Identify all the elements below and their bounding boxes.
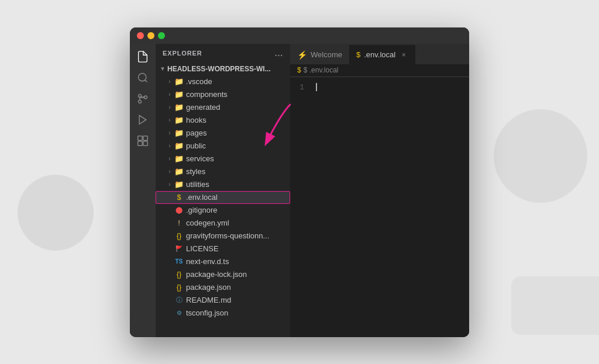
sidebar-title: EXPLORER	[163, 50, 202, 57]
folder-icon-services: 📁	[174, 154, 184, 163]
tree-label-tsconfig: tsconfig.json	[186, 308, 290, 317]
bg-decoration-circle-right	[494, 109, 587, 203]
yaml-file-icon: !	[174, 219, 184, 227]
env-file-icon: $	[174, 193, 184, 202]
env-tab-icon: $	[356, 50, 360, 59]
tree-label-utilities: utilities	[186, 180, 290, 189]
title-bar	[130, 27, 469, 44]
tree-label-styles: styles	[186, 167, 290, 176]
svg-rect-9	[138, 141, 143, 145]
tree-label-gravityforms: gravityforms-questionn...	[186, 231, 290, 240]
tree-item-package-lock[interactable]: {} package-lock.json	[156, 268, 290, 281]
tree-item-readme[interactable]: ⓘ README.md	[156, 294, 290, 307]
maximize-button[interactable]	[158, 32, 165, 39]
tree-label-readme: README.md	[186, 296, 290, 304]
tree-item-pages[interactable]: › 📁 pages	[156, 127, 290, 140]
tab-env-local[interactable]: $ .env.local ×	[349, 45, 415, 64]
svg-point-3	[139, 100, 142, 103]
tree-root-arrow: ▼	[158, 65, 167, 72]
run-activity-icon[interactable]	[135, 112, 151, 128]
tree-item-env-local[interactable]: $ .env.local	[156, 191, 290, 204]
tab-close-button[interactable]: ×	[399, 50, 408, 60]
tree-item-tsconfig[interactable]: ⚙ tsconfig.json	[156, 307, 290, 320]
tree-item-services[interactable]: › 📁 services	[156, 152, 290, 165]
minimize-button[interactable]	[147, 32, 154, 39]
tree-item-license[interactable]: 🚩 LICENSE	[156, 242, 290, 255]
tree-label-vscode: .vscode	[186, 77, 290, 86]
tab-bar: ⚡ Welcome $ .env.local ×	[290, 44, 469, 64]
sidebar: EXPLORER ... ▼ HEADLESS-WORDPRESS-WI... …	[156, 44, 290, 337]
svg-line-1	[145, 79, 147, 82]
license-file-icon: 🚩	[174, 245, 184, 252]
traffic-lights	[137, 32, 165, 39]
folder-icon-public: 📁	[174, 141, 184, 150]
tree-item-generated[interactable]: › 📁 generated	[156, 101, 290, 114]
close-button[interactable]	[137, 32, 144, 39]
ts-file-icon: TS	[174, 258, 184, 265]
tree-label-generated: generated	[186, 103, 290, 112]
tree-label-env-local: .env.local	[186, 193, 290, 202]
tab-welcome-label: Welcome	[311, 50, 342, 59]
files-activity-icon[interactable]	[135, 48, 151, 65]
svg-rect-10	[143, 141, 148, 145]
tree-label-codegen: codegen.yml	[186, 219, 290, 227]
tree-item-next-env[interactable]: TS next-env.d.ts	[156, 255, 290, 268]
bg-decoration-rect-right	[511, 276, 599, 335]
breadcrumb-text: $ .env.local	[304, 66, 339, 74]
svg-marker-5	[139, 115, 146, 124]
welcome-tab-icon: ⚡	[297, 50, 307, 60]
tree-item-components[interactable]: › 📁 components	[156, 88, 290, 101]
tree-item-gitignore[interactable]: ⬤ .gitignore	[156, 204, 290, 217]
editor-area: ⚡ Welcome $ .env.local × $ $ .env.local …	[290, 44, 469, 337]
tree-item-package[interactable]: {} package.json	[156, 281, 290, 294]
tree-item-utilities[interactable]: › 📁 utilities	[156, 178, 290, 191]
tree-item-public[interactable]: › 📁 public	[156, 140, 290, 152]
tree-label-pages: pages	[186, 129, 290, 137]
tab-env-label: .env.local	[364, 50, 395, 59]
folder-icon-styles: 📁	[174, 167, 184, 176]
tree-label-hooks: hooks	[186, 116, 290, 124]
folder-icon-pages: 📁	[174, 129, 184, 137]
tree-label-components: components	[186, 90, 290, 99]
tree-item-styles[interactable]: › 📁 styles	[156, 165, 290, 178]
file-tree: ▼ HEADLESS-WORDPRESS-WI... › 📁 .vscode ›…	[156, 63, 290, 337]
source-control-activity-icon[interactable]	[135, 91, 151, 107]
search-activity-icon[interactable]	[135, 70, 151, 86]
extensions-activity-icon[interactable]	[135, 133, 151, 149]
tsconfig-file-icon: ⚙	[174, 310, 184, 316]
sidebar-more-button[interactable]: ...	[275, 48, 283, 58]
tree-label-services: services	[186, 154, 290, 163]
bg-decoration-circle-left	[18, 175, 94, 251]
tree-label-license: LICENSE	[186, 244, 290, 253]
vscode-window: EXPLORER ... ▼ HEADLESS-WORDPRESS-WI... …	[130, 27, 469, 337]
tree-item-hooks[interactable]: › 📁 hooks	[156, 114, 290, 127]
main-area: EXPLORER ... ▼ HEADLESS-WORDPRESS-WI... …	[130, 44, 469, 337]
tree-label-public: public	[186, 141, 290, 150]
folder-icon-hooks: 📁	[174, 116, 184, 124]
line-number-1: 1	[290, 83, 314, 92]
json-file-icon-gf: {}	[174, 231, 184, 240]
editor-line-1: 1	[290, 82, 469, 93]
readme-file-icon: ⓘ	[174, 296, 184, 304]
tree-label-next-env: next-env.d.ts	[186, 257, 290, 266]
json-file-icon-p: {}	[174, 283, 184, 292]
editor-cursor	[316, 83, 317, 91]
tab-welcome[interactable]: ⚡ Welcome	[290, 45, 349, 64]
git-file-icon: ⬤	[174, 206, 184, 214]
svg-rect-7	[138, 136, 143, 140]
svg-rect-8	[143, 136, 148, 140]
tree-root-item[interactable]: ▼ HEADLESS-WORDPRESS-WI...	[156, 63, 290, 75]
tree-item-vscode[interactable]: › 📁 .vscode	[156, 75, 290, 88]
tree-label-gitignore: .gitignore	[186, 206, 290, 214]
activity-bar	[130, 44, 156, 337]
folder-icon-utilities: 📁	[174, 180, 184, 189]
project-name-label: HEADLESS-WORDPRESS-WI...	[167, 65, 290, 73]
tree-label-package-lock: package-lock.json	[186, 270, 290, 279]
breadcrumb-icon: $	[297, 66, 301, 74]
tree-label-package: package.json	[186, 283, 290, 292]
folder-icon-generated: 📁	[174, 103, 184, 112]
tree-item-codegen[interactable]: ! codegen.yml	[156, 217, 290, 230]
tree-item-gravityforms[interactable]: {} gravityforms-questionn...	[156, 230, 290, 242]
editor-content[interactable]: 1	[290, 77, 469, 337]
svg-point-0	[139, 73, 146, 81]
